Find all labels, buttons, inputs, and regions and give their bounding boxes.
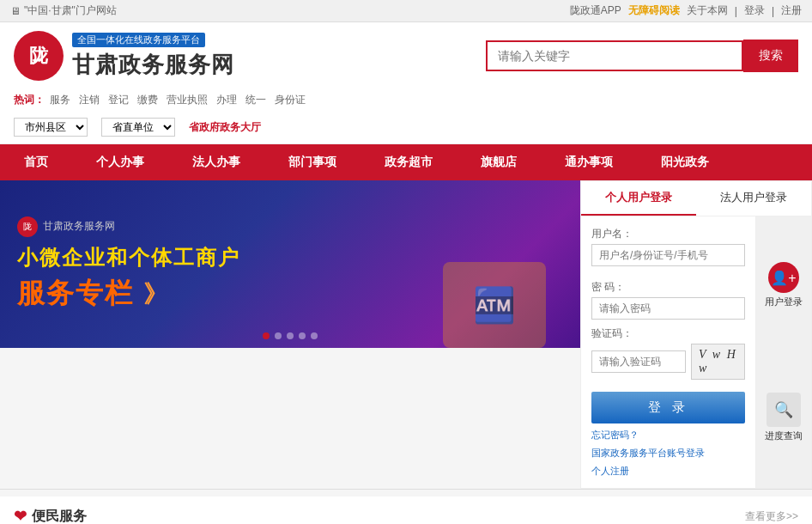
- tab-personal[interactable]: 个人用户登录: [581, 181, 696, 216]
- search-button[interactable]: 搜索: [743, 40, 798, 72]
- banner-image: 🏧: [434, 245, 554, 348]
- divider1: |: [735, 5, 737, 17]
- site-name: 甘肃政务服务网: [72, 50, 234, 80]
- user-register-label: 用户登录: [765, 296, 803, 308]
- hot-item-2[interactable]: 注销: [79, 93, 100, 107]
- convenience-section: ❤ 便民服务 查看更多>> ❤ 甘肃肺炎疫情防控 🏢 复工复产 📅 预约挂号 🏠…: [0, 497, 812, 524]
- top-bar-left: 🖥 "中国·甘肃"门户网站: [10, 3, 117, 18]
- banner-dot-1[interactable]: [263, 332, 270, 339]
- province-select[interactable]: 省直单位: [101, 118, 175, 137]
- app-label: 陇政通APP: [570, 3, 621, 18]
- logo-text: 全国一体化在线政务服务平台 甘肃政务服务网: [72, 33, 234, 80]
- hot-item-6[interactable]: 办理: [216, 93, 237, 107]
- captcha-image[interactable]: V w H w: [691, 344, 745, 380]
- login-main: 用户名： 密 码： 验证码： V w H w 登 录: [581, 216, 755, 488]
- banner-content: 陇 甘肃政务服务网 小微企业和个体工商户 服务专栏 》: [17, 216, 240, 313]
- top-bar-right: 陇政通APP 无障碍阅读 关于本网 | 登录 | 注册: [570, 3, 802, 18]
- portal-icon: 🖥: [10, 5, 21, 17]
- search-area: 搜索: [486, 40, 798, 72]
- captcha-row: V w H w: [591, 344, 745, 380]
- password-field: 密 码：: [591, 280, 745, 320]
- hot-item-8[interactable]: 身份证: [275, 93, 306, 107]
- banner-logo-small: 陇: [17, 216, 38, 237]
- banner-title2: 服务专栏 》: [17, 275, 240, 313]
- forgot-password-link[interactable]: 忘记密码？: [591, 429, 639, 442]
- logo-area: 陇 全国一体化在线政务服务平台 甘肃政务服务网: [14, 31, 234, 81]
- username-field: 用户名：: [591, 227, 745, 273]
- password-label: 密 码：: [591, 280, 745, 295]
- login-links: 忘记密码？ 国家政务服务平台账号登录 个人注册: [591, 429, 745, 478]
- about-link[interactable]: 关于本网: [687, 3, 728, 18]
- section-title: ❤ 便民服务: [14, 507, 87, 524]
- username-label: 用户名：: [591, 227, 745, 241]
- search-input[interactable]: [486, 40, 743, 71]
- nav-home[interactable]: 首页: [0, 144, 72, 180]
- banner-dot-3[interactable]: [287, 332, 294, 339]
- banner-dot-4[interactable]: [299, 332, 306, 339]
- nav-flagship[interactable]: 旗舰店: [457, 144, 541, 180]
- hot-item-1[interactable]: 服务: [50, 93, 70, 107]
- password-input[interactable]: [591, 297, 745, 320]
- nav: 首页 个人办事 法人办事 部门事项 政务超市 旗舰店 通办事项 阳光政务: [0, 144, 812, 180]
- hot-item-4[interactable]: 缴费: [137, 93, 158, 107]
- nav-dept[interactable]: 部门事项: [264, 144, 361, 180]
- login-button[interactable]: 登 录: [591, 392, 745, 423]
- banner-dot-5[interactable]: [311, 332, 318, 339]
- progress-query-icon: 🔍: [767, 393, 801, 427]
- section-header: ❤ 便民服务 查看更多>>: [0, 497, 812, 524]
- nav-legal[interactable]: 法人办事: [168, 144, 264, 180]
- captcha-field: 验证码： V w H w: [591, 326, 745, 380]
- platform-label: 全国一体化在线政务服务平台: [72, 33, 205, 47]
- banner: 陇 甘肃政务服务网 小微企业和个体工商户 服务专栏 》 🏧: [0, 180, 580, 348]
- top-bar: 🖥 "中国·甘肃"门户网站 陇政通APP 无障碍阅读 关于本网 | 登录 | 注…: [0, 0, 812, 22]
- no-barrier-link[interactable]: 无障碍阅读: [628, 3, 680, 18]
- login-tabs: 个人用户登录 法人用户登录: [581, 181, 811, 216]
- user-register-btn[interactable]: 👤+ 用户登录: [765, 262, 803, 308]
- login-panel: 个人用户登录 法人用户登录 用户名： 密 码： 验证码：: [580, 180, 812, 489]
- nav-sunshine[interactable]: 阳光政务: [637, 144, 733, 180]
- nav-market[interactable]: 政务超市: [361, 144, 457, 180]
- nav-common[interactable]: 通办事项: [541, 144, 637, 180]
- divider2: |: [772, 5, 774, 17]
- progress-query-btn[interactable]: 🔍 进度查询: [765, 393, 803, 442]
- hot-items: 服务 注销 登记 缴费 营业执照 办理 统一 身份证: [50, 93, 306, 107]
- login-side: 👤+ 用户登录 🔍 进度查询: [755, 216, 811, 488]
- banner-platform-name: 甘肃政务服务网: [43, 219, 115, 234]
- portal-label: "中国·甘肃"门户网站: [24, 3, 117, 18]
- hot-item-3[interactable]: 登记: [108, 93, 129, 107]
- section-more[interactable]: 查看更多>>: [745, 509, 798, 524]
- main-section: 陇 甘肃政务服务网 小微企业和个体工商户 服务专栏 》 🏧 个人用户登录 法人用…: [0, 180, 812, 490]
- region-select[interactable]: 市州县区: [14, 118, 88, 137]
- dept-link[interactable]: 省政府政务大厅: [189, 120, 261, 135]
- banner-platform-logo: 陇 甘肃政务服务网: [17, 216, 240, 237]
- register-link[interactable]: 注册: [781, 3, 802, 18]
- banner-title1: 小微企业和个体工商户: [17, 244, 240, 271]
- login-container: 用户名： 密 码： 验证码： V w H w 登 录: [581, 216, 811, 488]
- hot-search: 热词： 服务 注销 登记 缴费 营业执照 办理 统一 身份证: [0, 89, 812, 114]
- region-bar: 市州县区 省直单位 省政府政务大厅: [0, 114, 812, 144]
- banner-dot-2[interactable]: [275, 332, 282, 339]
- national-login-link[interactable]: 国家政务服务平台账号登录: [591, 447, 705, 460]
- header: 陇 全国一体化在线政务服务平台 甘肃政务服务网 搜索: [0, 22, 812, 89]
- logo-emblem: 陇: [14, 31, 64, 81]
- progress-query-label: 进度查询: [765, 430, 803, 442]
- hot-item-5[interactable]: 营业执照: [167, 93, 208, 107]
- hot-label: 热词：: [14, 93, 45, 107]
- nav-personal[interactable]: 个人办事: [72, 144, 168, 180]
- banner-dots: [263, 332, 318, 339]
- user-register-icon: 👤+: [768, 262, 799, 293]
- hot-item-7[interactable]: 统一: [245, 93, 266, 107]
- register-personal-link[interactable]: 个人注册: [591, 465, 629, 478]
- login-link[interactable]: 登录: [744, 3, 765, 18]
- username-input[interactable]: [591, 244, 745, 266]
- section-title-text: 便民服务: [32, 508, 87, 525]
- login-body: 用户名： 密 码： 验证码： V w H w 登 录: [581, 216, 755, 488]
- section-title-icon: ❤: [14, 507, 27, 524]
- captcha-input[interactable]: [591, 350, 686, 373]
- tab-legal[interactable]: 法人用户登录: [696, 181, 811, 216]
- captcha-label: 验证码：: [591, 326, 745, 341]
